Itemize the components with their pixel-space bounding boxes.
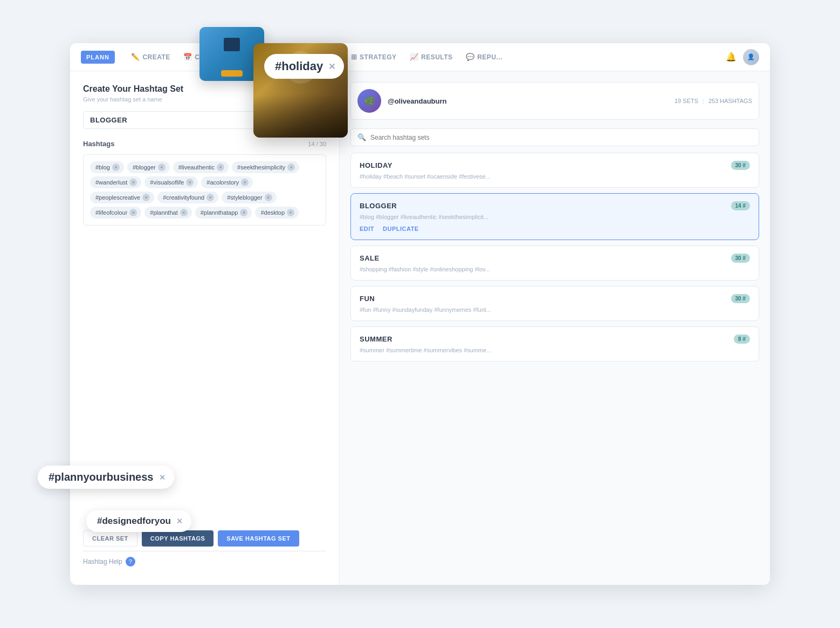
hashtag-chip[interactable]: #liveauthentic× [173,161,229,173]
set-card-preview: #blog #blogger #liveauthentic #seekthesi… [360,214,750,220]
remove-hashtag-icon[interactable]: × [186,179,194,186]
hashtag-sets-list: HOLIDAY 30 # #holiday #beach #sunset #oc… [350,153,759,367]
hashtag-chip[interactable]: #plannthat× [144,207,191,219]
app-container: PLANN ✏️ CREATE 📅 CALENDAR 📁 MEDIA # HAS… [70,43,770,585]
hashtag-chip[interactable]: #peoplescreative× [90,192,154,203]
hashtag-chip[interactable]: #acolorstory× [201,176,253,188]
hashtag-set-card[interactable]: HOLIDAY 30 # #holiday #beach #sunset #oc… [350,153,759,188]
set-card-name: SALE [360,254,380,262]
hashtag-count: 14 / 30 [308,141,326,147]
remove-hashtag-icon[interactable]: × [287,209,294,216]
hashtag-chip[interactable]: #blogger× [127,161,170,173]
remove-hashtag-icon[interactable]: × [241,179,249,186]
brand-logo: PLANN [81,51,115,64]
hashtag-chip[interactable]: #visualsoflife× [144,176,198,188]
set-card-name: HOLIDAY [360,161,393,169]
hashtag-chip[interactable]: #plannthatapp× [195,207,252,219]
plannyourbusiness-tag-text: #plannyourbusiness [49,471,154,483]
nav-results-label: RESULTS [421,53,453,61]
set-card-name: FUN [360,295,375,303]
main-layout: Create Your Hashtag Set Give your hashta… [70,71,770,585]
user-handle: @oliveandauburn [388,97,668,105]
user-stats: 19 SETS | 253 HASHTAGS [674,98,752,104]
create-icon: ✏️ [131,53,140,61]
remove-hashtag-icon[interactable]: × [240,209,247,216]
set-card-preview: #holiday #beach #sunset #ocaenside #fest… [360,173,750,180]
user-avatar-icon: 🌿 [364,96,375,106]
set-card-preview: #summer #summertime #summervibes #summe.… [360,347,750,353]
float-designedforyou-tag[interactable]: #designedforyou ✕ [86,510,191,532]
set-card-badge: 30 # [731,254,750,263]
set-card-actions: EDITDUPLICATE [360,226,750,232]
remove-hashtag-icon[interactable]: × [180,209,188,216]
designedforyou-close-icon[interactable]: ✕ [176,517,183,525]
hashtags-area: #blog×#blogger×#liveauthentic×#seekthesi… [83,154,326,226]
set-action-edit-btn[interactable]: EDIT [360,226,374,232]
hashtag-chip[interactable]: #wanderlust× [90,176,141,188]
repurpose-icon: 💬 [466,53,475,61]
set-card-preview: #fun #funny #sundayfunday #funnymemes #f… [360,306,750,313]
float-plannyourbusiness-tag[interactable]: #plannyourbusiness ✕ [38,466,174,489]
save-hashtag-set-button[interactable]: SAVE HASHTAG SET [218,530,299,547]
hashtag-chip[interactable]: #creativityfound× [157,192,218,203]
hashtag-chip[interactable]: #desktop× [255,207,299,219]
set-card-header: FUN 30 # [360,294,750,303]
nav-repurpose-label: REPU... [477,53,502,61]
set-card-badge: 30 # [731,161,750,170]
nav-item-repurpose[interactable]: 💬 REPU... [460,50,508,64]
hashtag-set-card[interactable]: BLOGGER 14 # #blog #blogger #liveauthent… [350,193,759,240]
set-card-preview: #shopping #fashion #style #onlineshoppin… [360,266,750,272]
hashtag-chip[interactable]: #lifeofcolour× [90,207,141,219]
nav-create-label: CREATE [142,53,170,61]
user-avatar-nav[interactable]: 👤 [743,49,759,65]
set-card-header: BLOGGER 14 # [360,201,750,210]
user-avatar: 🌿 [357,89,381,113]
nav-strategy-label: STRATEGY [360,53,396,61]
remove-hashtag-icon[interactable]: × [112,163,120,171]
set-card-header: HOLIDAY 30 # [360,161,750,170]
holiday-tag-text: #holiday [275,59,323,73]
help-icon[interactable]: ? [126,557,135,566]
hashtag-help: Hashtag Help ? [83,551,326,572]
remove-hashtag-icon[interactable]: × [287,163,295,171]
nav-item-strategy[interactable]: ⊞ STRATEGY [346,50,402,64]
hashtags-section-header: Hashtags 14 / 30 [83,140,326,148]
clear-set-button[interactable]: CLEAR SET [83,530,137,547]
hashtag-set-card[interactable]: FUN 30 # #fun #funny #sundayfunday #funn… [350,286,759,321]
results-icon: 📈 [410,53,419,61]
hashtag-set-card[interactable]: SUMMER 8 # #summer #summertime #summervi… [350,326,759,361]
set-card-header: SUMMER 8 # [360,335,750,344]
nav-item-create[interactable]: ✏️ CREATE [126,50,176,64]
float-holiday-tag[interactable]: #holiday ✕ [264,54,344,79]
set-card-badge: 30 # [731,294,750,303]
remove-hashtag-icon[interactable]: × [265,194,272,201]
remove-hashtag-icon[interactable]: × [142,194,150,201]
search-input[interactable] [370,134,752,141]
set-card-name: SUMMER [360,335,393,343]
bell-icon[interactable]: 🔔 [726,52,736,62]
remove-hashtag-icon[interactable]: × [217,163,224,171]
hashtag-chip[interactable]: #styleblogger× [222,192,276,203]
plannyourbusiness-close-icon[interactable]: ✕ [159,473,166,482]
set-action-duplicate-btn[interactable]: DUPLICATE [383,226,419,232]
remove-hashtag-icon[interactable]: × [206,194,214,201]
set-card-name: BLOGGER [360,202,397,210]
remove-hashtag-icon[interactable]: × [158,163,166,171]
remove-hashtag-icon[interactable]: × [129,179,137,186]
calendar-icon: 📅 [183,53,192,61]
remove-hashtag-icon[interactable]: × [129,209,137,216]
hashtag-chip[interactable]: #seekthesimplicity× [232,161,299,173]
nav-right: 🔔 👤 [726,49,759,65]
sets-count: 19 SETS [674,98,698,104]
search-box[interactable]: 🔍 [350,128,759,146]
nav-item-results[interactable]: 📈 RESULTS [404,50,458,64]
right-panel: 🌿 @oliveandauburn 19 SETS | 253 HASHTAGS… [340,71,770,585]
hashtag-set-card[interactable]: SALE 30 # #shopping #fashion #style #onl… [350,245,759,281]
copy-hashtags-button[interactable]: COPY HASHTAGS [142,530,214,547]
user-profile-header: 🌿 @oliveandauburn 19 SETS | 253 HASHTAGS [350,82,759,120]
strategy-icon: ⊞ [351,53,357,61]
holiday-close-icon[interactable]: ✕ [328,62,335,72]
hashtag-chip[interactable]: #blog× [90,161,124,173]
designedforyou-tag-text: #designedforyou [97,516,171,527]
top-nav: PLANN ✏️ CREATE 📅 CALENDAR 📁 MEDIA # HAS… [70,43,770,71]
